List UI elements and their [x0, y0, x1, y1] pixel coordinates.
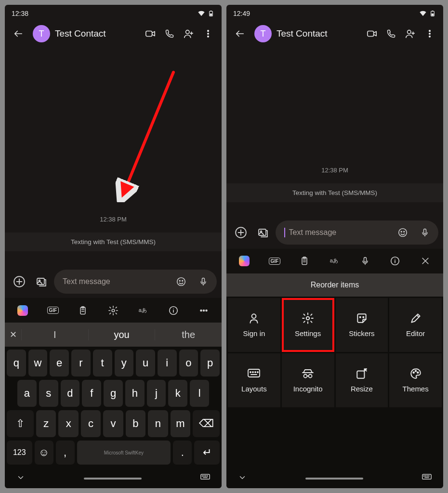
svg-rect-64: [422, 474, 431, 479]
svg-point-68: [429, 476, 429, 476]
grid-settings[interactable]: Settings: [282, 298, 334, 352]
grid-stickers[interactable]: Stickers: [336, 298, 388, 352]
nav-collapse[interactable]: [238, 473, 247, 484]
backspace-key[interactable]: ⌫: [193, 410, 220, 437]
gif-button[interactable]: GIF: [263, 251, 286, 271]
key-z[interactable]: z: [36, 410, 56, 437]
numbers-key[interactable]: 123: [7, 441, 32, 465]
more-toolbar-button[interactable]: [192, 301, 215, 320]
attach-button[interactable]: [10, 272, 29, 291]
call-button[interactable]: [382, 24, 401, 43]
info-button[interactable]: [162, 301, 185, 320]
clipboard-button[interactable]: [71, 301, 94, 320]
grid-themes[interactable]: Themes: [389, 353, 442, 407]
key-n[interactable]: n: [148, 410, 168, 437]
key-o[interactable]: o: [179, 350, 198, 376]
key-q[interactable]: q: [7, 350, 26, 376]
key-c[interactable]: c: [81, 410, 101, 437]
back-button[interactable]: [230, 24, 250, 43]
nav-pill[interactable]: [305, 478, 363, 480]
key-x[interactable]: x: [58, 410, 78, 437]
space-key[interactable]: Microsoft SwiftKey: [77, 441, 171, 465]
svg-point-7: [208, 36, 209, 38]
key-v[interactable]: v: [103, 410, 123, 437]
attach-button[interactable]: [231, 223, 250, 242]
keyboard-switch[interactable]: [422, 474, 432, 483]
key-g[interactable]: g: [104, 380, 123, 407]
key-y[interactable]: y: [115, 350, 134, 376]
contact-avatar[interactable]: T: [254, 25, 272, 42]
voice-typing-button[interactable]: [354, 251, 377, 271]
contact-avatar[interactable]: T: [33, 25, 50, 42]
suggestion-2[interactable]: you: [88, 329, 155, 340]
key-j[interactable]: j: [147, 380, 166, 407]
contact-name[interactable]: Test Contact: [277, 28, 357, 39]
mic-button[interactable]: [194, 272, 213, 291]
status-time: 12:49: [233, 10, 250, 17]
suggestion-close[interactable]: ✕: [5, 329, 21, 340]
key-m[interactable]: m: [171, 410, 190, 437]
clipboard-button[interactable]: [293, 251, 316, 271]
nav-pill[interactable]: [84, 478, 142, 480]
settings-toolbar-button[interactable]: [102, 301, 125, 320]
status-icons: [419, 11, 436, 16]
key-l[interactable]: l: [190, 380, 209, 407]
close-toolbar-button[interactable]: [414, 251, 437, 271]
key-b[interactable]: b: [126, 410, 145, 437]
translate-button[interactable]: aあ: [323, 251, 346, 271]
nav-collapse[interactable]: [16, 473, 25, 484]
suggestion-1[interactable]: I: [21, 329, 88, 340]
key-u[interactable]: u: [136, 350, 155, 376]
info-icon: [168, 305, 179, 316]
key-p[interactable]: p: [200, 350, 220, 376]
key-t[interactable]: t: [93, 350, 112, 376]
grid-label: Resize: [351, 385, 373, 393]
info-button[interactable]: [383, 251, 407, 271]
message-input[interactable]: Text message: [54, 270, 217, 294]
app-bar: T Test Contact: [5, 19, 222, 48]
key-w[interactable]: w: [28, 350, 48, 376]
keyboard-switch[interactable]: [200, 474, 210, 483]
video-call-button[interactable]: [141, 24, 160, 43]
grid-incognito[interactable]: Incognito: [282, 353, 334, 407]
emoji-button[interactable]: [171, 272, 191, 291]
grid-resize[interactable]: Resize: [336, 353, 388, 407]
add-person-button[interactable]: [401, 24, 420, 43]
emoji-button[interactable]: [393, 223, 412, 242]
period-key[interactable]: .: [173, 441, 192, 465]
grid-layouts[interactable]: Layouts: [228, 353, 280, 407]
key-i[interactable]: i: [158, 350, 177, 376]
comma-key[interactable]: ,: [56, 441, 75, 465]
contact-name[interactable]: Test Contact: [55, 28, 136, 39]
key-a[interactable]: a: [17, 380, 37, 407]
translate-button[interactable]: aあ: [132, 301, 155, 320]
back-button[interactable]: [9, 24, 28, 43]
grid-editor[interactable]: Editor: [389, 298, 442, 352]
key-s[interactable]: s: [39, 380, 58, 407]
gallery-button[interactable]: [32, 272, 51, 291]
copilot-button[interactable]: [11, 301, 34, 320]
key-d[interactable]: d: [61, 380, 80, 407]
grid-sign-in[interactable]: Sign in: [228, 298, 280, 352]
gallery-button[interactable]: [253, 223, 273, 242]
key-e[interactable]: e: [50, 350, 69, 376]
key-f[interactable]: f: [82, 380, 101, 407]
copilot-button[interactable]: [233, 251, 256, 271]
mic-button[interactable]: [415, 223, 435, 242]
call-button[interactable]: [160, 24, 179, 43]
key-h[interactable]: h: [125, 380, 145, 407]
resize-icon: [356, 367, 368, 380]
more-button[interactable]: [198, 24, 218, 43]
keyboard-toolbar: GIF aあ: [226, 248, 443, 273]
gif-button[interactable]: GIF: [41, 301, 65, 320]
key-r[interactable]: r: [71, 350, 91, 376]
emoji-key[interactable]: ☺: [35, 441, 53, 465]
more-button[interactable]: [420, 24, 439, 43]
message-input[interactable]: Text message: [276, 221, 438, 245]
add-person-button[interactable]: [179, 24, 198, 43]
enter-key[interactable]: ↵: [194, 441, 220, 465]
shift-key[interactable]: ⇧: [7, 410, 34, 437]
suggestion-3[interactable]: the: [155, 329, 222, 340]
key-k[interactable]: k: [168, 380, 187, 407]
video-call-button[interactable]: [362, 24, 382, 43]
